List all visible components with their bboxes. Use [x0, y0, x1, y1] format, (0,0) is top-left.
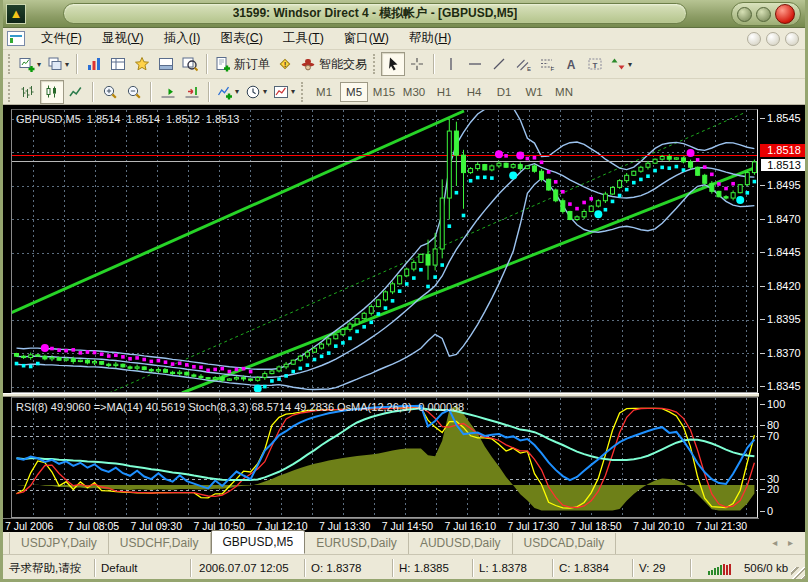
time-axis-label: 7 Jul 08:05 [68, 520, 119, 532]
chart-tab-usdcad[interactable]: USDCAD,Daily [513, 533, 617, 554]
status-low: L: 1.8378 [473, 559, 553, 577]
chart-document-icon[interactable] [7, 31, 25, 46]
horizontal-line-tool-button[interactable] [463, 52, 487, 76]
chart-tab-usdchf[interactable]: USDCHF,Daily [109, 533, 211, 554]
mdi-window-controls [742, 32, 799, 46]
dropdown-arrow-icon[interactable]: ▾ [235, 87, 239, 96]
price-chart[interactable] [11, 109, 758, 393]
toolbar-grip[interactable] [8, 82, 13, 102]
dropdown-arrow-icon[interactable]: ▾ [291, 87, 295, 96]
timeframe-button-m5[interactable]: M5 [340, 82, 368, 102]
bar-chart-button[interactable] [16, 80, 40, 104]
timeframe-button-d1[interactable]: D1 [490, 82, 518, 102]
channel-tool-button[interactable]: E [511, 52, 535, 76]
market-watch-button[interactable] [82, 52, 106, 76]
new-chart-button[interactable]: ▾ [16, 52, 44, 76]
candlestick-chart-button[interactable] [40, 80, 64, 104]
maximize-button[interactable] [756, 7, 771, 22]
new-chart-button-icon [19, 56, 35, 72]
timeframe-button-h4[interactable]: H4 [460, 82, 488, 102]
terminal-button-icon [158, 56, 174, 72]
new-order-button[interactable]: 新订单 [212, 52, 273, 76]
arrows-tool-button[interactable]: ▾ [607, 52, 635, 76]
dropdown-arrow-icon[interactable]: ▾ [65, 60, 69, 69]
metaeditor-button[interactable]: ! [273, 52, 297, 76]
timeframe-button-h1[interactable]: H1 [430, 82, 458, 102]
periods-button[interactable]: ▾ [242, 80, 270, 104]
terminal-button[interactable] [154, 52, 178, 76]
indicators-button[interactable]: ▾ [214, 80, 242, 104]
menu-item-v[interactable]: 显视(V) [92, 28, 154, 49]
svg-text:A: A [567, 58, 576, 72]
dropdown-arrow-icon[interactable]: ▾ [263, 87, 267, 96]
line-chart-button[interactable] [64, 80, 88, 104]
ask-price-badge: 1.8518 [760, 144, 808, 157]
crosshair-tool-button[interactable] [405, 52, 429, 76]
timeframe-button-mn[interactable]: MN [550, 82, 578, 102]
chart-shift-button-icon [184, 84, 200, 100]
window-title: 31599: Windsor Direct 4 - 模拟帐户 - [GBPUSD… [233, 5, 518, 22]
time-axis-label: 7 Jul 18:50 [570, 520, 621, 532]
expert-advisors-button-label: 智能交易 [319, 56, 367, 73]
svg-text:F: F [551, 66, 555, 72]
label-tool-button[interactable]: T [583, 52, 607, 76]
zoom-in-button[interactable] [98, 80, 122, 104]
auto-scroll-button[interactable] [156, 80, 180, 104]
toolbar-grip[interactable] [373, 54, 378, 74]
chart-tab-audusd[interactable]: AUDUSD,Daily [409, 533, 513, 554]
price-axis[interactable]: 1.8518 1.8513 1.85451.84951.84701.84451.… [759, 106, 808, 533]
title-bar[interactable]: ▲ 31599: Windsor Direct 4 - 模拟帐户 - [GBPU… [3, 0, 805, 28]
chart-tab-gbpusd[interactable]: GBPUSD,M5 [211, 530, 306, 554]
horizontal-line-tool-button-icon [467, 56, 483, 72]
bid-price-badge: 1.8513 [760, 158, 808, 172]
time-axis-label: 7 Jul 21:30 [696, 520, 747, 532]
profiles-button[interactable]: ▾ [44, 52, 72, 76]
time-axis[interactable]: 7 Jul 20067 Jul 08:057 Jul 09:307 Jul 10… [3, 518, 759, 533]
data-window-button[interactable] [106, 52, 130, 76]
menu-bar: 文件(F)显视(V)插入(I)图表(C)工具(T)窗口(W)帮助(H) [3, 28, 805, 50]
indicator-axis-label: 100 [767, 398, 785, 410]
minimize-button[interactable] [737, 7, 752, 22]
menu-item-t[interactable]: 工具(T) [273, 28, 334, 49]
close-button[interactable] [775, 4, 795, 24]
vertical-line-tool-button[interactable] [439, 52, 463, 76]
status-open: O: 1.8378 [305, 559, 393, 577]
status-profile[interactable]: Default [95, 559, 191, 577]
time-axis-label: 7 Jul 2006 [5, 520, 53, 532]
navigator-button[interactable] [130, 52, 154, 76]
timeframe-button-m15[interactable]: M15 [370, 82, 398, 102]
mdi-close-button[interactable] [785, 32, 799, 46]
menu-item-w[interactable]: 窗口(W) [334, 28, 399, 49]
chart-tab-usdjpy[interactable]: USDJPY,Daily [9, 533, 109, 554]
menu-item-f[interactable]: 文件(F) [31, 28, 92, 49]
trendline-tool-button[interactable] [487, 52, 511, 76]
menu-item-h[interactable]: 帮助(H) [399, 28, 461, 49]
toolbar-grip[interactable] [301, 82, 306, 102]
indicator-chart[interactable] [11, 397, 758, 518]
chart-info-line: GBPUSD,M51.85141.85141.85121.8513 [16, 113, 245, 125]
cursor-tool-button[interactable] [381, 52, 405, 76]
zoom-out-button[interactable] [122, 80, 146, 104]
resize-grip[interactable] [791, 567, 805, 581]
mdi-minimize-button[interactable] [747, 32, 761, 46]
tab-scroll-arrows[interactable]: ◂ ▸ [772, 537, 797, 548]
menu-item-c[interactable]: 图表(C) [211, 28, 273, 49]
menu-item-i[interactable]: 插入(I) [154, 28, 211, 49]
chart-shift-button[interactable] [180, 80, 204, 104]
status-volume: V: 29 [633, 559, 691, 577]
toolbar-grip[interactable] [8, 54, 13, 74]
text-tool-button[interactable]: A [559, 52, 583, 76]
dropdown-arrow-icon[interactable]: ▾ [628, 60, 632, 69]
timeframe-button-w1[interactable]: W1 [520, 82, 548, 102]
new-order-button-label: 新订单 [234, 56, 270, 73]
dropdown-arrow-icon[interactable]: ▾ [37, 60, 41, 69]
timeframe-button-m30[interactable]: M30 [400, 82, 428, 102]
timeframe-button-m1[interactable]: M1 [310, 82, 338, 102]
templates-button[interactable]: ▾ [270, 80, 298, 104]
expert-advisors-button[interactable]: 智能交易 [297, 52, 370, 76]
chart-tab-eurusd[interactable]: EURUSD,Daily [305, 533, 409, 554]
strategy-tester-button[interactable] [178, 52, 202, 76]
mdi-restore-button[interactable] [766, 32, 780, 46]
fibonacci-tool-button[interactable]: F [535, 52, 559, 76]
price-axis-label: 1.8545 [767, 112, 801, 124]
